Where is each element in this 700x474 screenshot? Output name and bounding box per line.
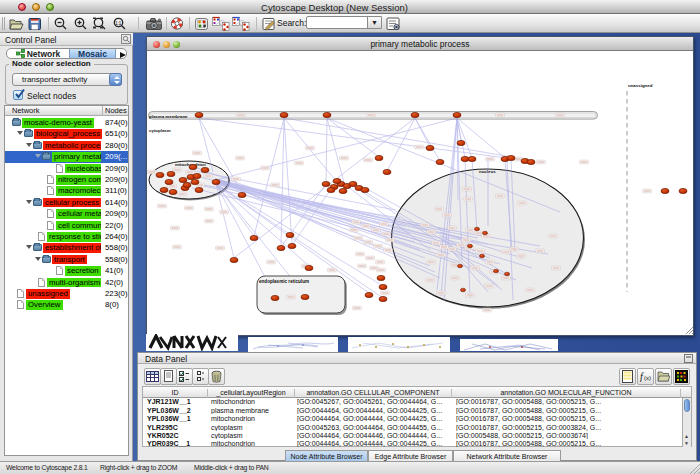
svg-text:nucleus: nucleus <box>479 169 496 174</box>
svg-text:endoplasmic reticulum: endoplasmic reticulum <box>259 279 309 284</box>
svg-text:unassigned: unassigned <box>628 83 653 88</box>
svg-text:1:1: 1:1 <box>115 21 122 26</box>
svg-text:cytoplasm: cytoplasm <box>149 128 171 133</box>
svg-text:(x): (x) <box>644 375 651 381</box>
svg-text:plasma membrane: plasma membrane <box>149 114 188 119</box>
